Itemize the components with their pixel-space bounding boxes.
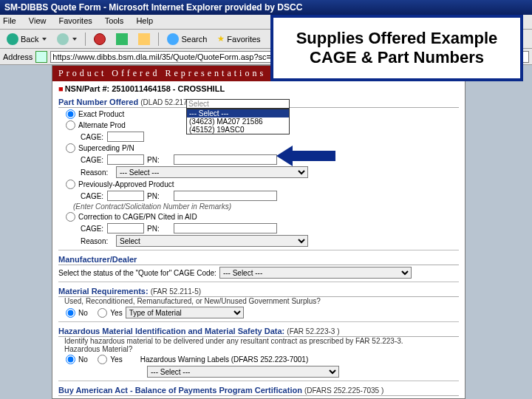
heading-ref: (FAR 52.211-5) [151,287,201,296]
callout-line1: Supplies Offered Example [296,29,498,48]
material-no-radio[interactable] [66,308,75,318]
menu-view[interactable]: View [29,16,47,25]
page-icon [35,51,47,63]
material-type-select[interactable]: Type of Material [126,307,244,318]
manufacturer-select[interactable]: --- Select --- [219,267,412,279]
haz-labels-text: Hazardous Warning Labels (DFARS 252.223-… [140,355,309,364]
prev-pn-input[interactable] [174,191,277,201]
menu-help[interactable]: Help [136,16,153,25]
pn-label: PN: [147,192,171,200]
back-button[interactable]: Back [3,32,50,47]
hazmat-heading: Hazardous Material Identification and Ma… [58,327,459,337]
cage-label: CAGE: [81,156,104,164]
pn-label: PN: [147,225,171,233]
material-text: Used, Reconditioned, Remanufactured, or … [64,297,459,305]
chevron-down-icon [72,38,77,41]
separator [58,250,459,250]
sup-label: Superceding P/N [78,144,134,152]
manufacturer-heading: Manufacturer/Dealer [58,255,459,265]
sup-pn-input[interactable] [174,154,277,165]
search-button[interactable]: Search [163,32,211,47]
home-icon [138,33,150,45]
exact-label: Exact Product [78,110,124,118]
nsn-label: NSN/Part #: [65,84,110,93]
dropdown-option-1[interactable]: (34623) MA207 21586 [187,117,289,126]
cage-label: CAGE: [81,133,104,141]
hazmat-text: Identify hazardous material to be delive… [64,337,459,345]
stop-button[interactable] [90,32,109,47]
chevron-down-icon [42,38,47,41]
annotation-callout: Supplies Offered Example CAGE & Part Num… [270,15,523,81]
yes-label: Yes [110,309,122,317]
back-label: Back [21,35,38,44]
alternate-product-radio[interactable] [66,120,75,130]
dropdown-value[interactable]: Select [186,99,290,109]
menu-favorites[interactable]: Favorites [59,16,92,25]
cage-label: CAGE: [81,192,104,200]
favorites-button[interactable]: ★Favorites [214,33,264,45]
separator [58,321,459,322]
callout-line2: CAGE & Part Numbers [310,48,484,67]
reason-label: Reason: [81,168,113,177]
star-icon: ★ [217,34,225,44]
prev-approved-radio[interactable] [66,180,75,189]
nsn-line: ■NSN/Part #: 2510011464158 - CROSSHILL [58,84,459,93]
alt-cage-input[interactable] [107,132,144,142]
buy-american-heading: Buy American Act - Balance of Payments P… [58,386,459,396]
prev-cage-input[interactable] [107,191,144,201]
manu-text: Select the status of the "Quote for" CAG… [58,269,216,277]
home-button[interactable] [134,32,154,47]
corr-reason-select[interactable]: Select [116,235,308,247]
dropdown-list: --- Select --- (34623) MA207 21586 (4515… [186,109,290,134]
superceding-radio[interactable] [66,143,75,153]
part-select-dropdown[interactable]: Select --- Select --- (34623) MA207 2158… [186,99,290,134]
no-label: No [78,355,88,364]
no-label: No [78,309,88,317]
material-yes-radio[interactable] [98,308,107,318]
heading-text: Hazardous Material Identification and Ma… [58,327,284,335]
heading-text: Buy American Act - Balance of Payments P… [58,386,302,395]
heading-ref: (FAR 52.223-3 ) [287,327,339,335]
hazmat-q: Hazardous Material? [64,345,459,353]
prev-note: (Enter Contract/Solicitation Number in R… [73,202,459,211]
material-heading: Material Requirements: (FAR 52.211-5) [58,287,459,297]
sup-cage-input[interactable] [107,154,144,165]
forward-icon [57,33,69,45]
heading-text: Part Number Offered [58,98,138,106]
menu-tools[interactable]: Tools [105,16,124,25]
dropdown-option-none[interactable]: --- Select --- [187,109,289,117]
pn-label: PN: [147,156,171,164]
menu-file[interactable]: File [3,16,16,25]
exact-product-radio[interactable] [66,109,75,119]
forward-button[interactable] [53,32,81,47]
separator [85,33,86,46]
reason-select[interactable]: --- Select --- [116,166,308,178]
heading-ref: (DFARS 252.225-7035 ) [304,386,383,395]
window-titlebar: SM-DIBBS Quote Form - Microsoft Internet… [0,0,532,15]
stop-icon [94,33,106,45]
corr-label: Correction to CAGE/PN Cited in AID [78,213,197,221]
hazmat-yes-radio[interactable] [98,355,107,364]
corr-cage-input[interactable] [107,223,144,233]
nsn-value: 2510011464158 - CROSSHILL [112,84,225,93]
prev-label: Previously-Approved Product [78,180,174,188]
separator [58,282,459,282]
alt-label: Alternate Prod [78,121,126,129]
dropdown-option-2[interactable]: (45152) 19ASC0 [187,126,289,134]
haz-labels-select[interactable]: --- Select --- [147,366,339,378]
refresh-icon [116,33,128,45]
search-label: Search [181,35,207,44]
separator [158,33,159,46]
separator [58,381,459,381]
window-title: SM-DIBBS Quote Form - Microsoft Internet… [4,2,302,13]
refresh-button[interactable] [112,32,132,47]
corr-pn-input[interactable] [174,223,277,233]
yes-label: Yes [110,355,122,364]
correction-radio[interactable] [66,212,75,222]
hazmat-no-radio[interactable] [66,355,75,364]
search-icon [167,33,179,45]
reason-label: Reason: [81,237,113,245]
heading-text: Material Requirements: [58,287,149,296]
back-icon [7,33,18,45]
cage-label: CAGE: [81,225,104,233]
